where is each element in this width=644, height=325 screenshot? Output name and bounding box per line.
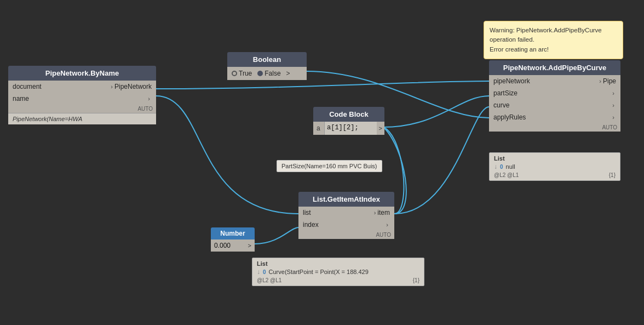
port-pipenetwork-output: PipeNetwork [114, 83, 152, 90]
list-preview-addpipe: List ↓ 0 null @L2 @L1 {1} [489, 152, 620, 181]
partsize-text: PartSize(Name=160 mm PVC Buis) [281, 163, 377, 169]
port-partsize-label: partSize [493, 89, 611, 97]
list-preview-getitemat-item: ↓ 0 Curve(StartPoint = Point(X = 188.429 [257, 268, 419, 276]
list-preview-addpipe-item: ↓ 0 null [494, 163, 616, 170]
boolean-false-option[interactable]: False [257, 70, 280, 77]
node-boolean-title: Boolean [227, 52, 307, 67]
node-codeblock-title: Code Block [313, 107, 384, 122]
node-number[interactable]: Number 0.000 > [211, 227, 255, 252]
boolean-true-radio[interactable] [232, 71, 237, 76]
port-applyrules-label: applyRules [493, 113, 611, 121]
port-applyrules-arrow: › [612, 114, 614, 121]
boolean-false-radio[interactable] [257, 71, 263, 76]
node-row-list: list › item [298, 207, 394, 219]
codeblock-code[interactable]: a[1][2]; [324, 122, 377, 135]
codeblock-port-in: a [313, 122, 324, 135]
port-curve-label: curve [493, 101, 611, 109]
list-preview-getitemat-index: 0 [263, 269, 266, 275]
node-row-document: document › PipeNetwork [8, 81, 156, 93]
number-value[interactable]: 0.000 [214, 242, 248, 249]
port-curve-arrow: › [612, 102, 614, 109]
list-preview-getitemat-header: List [257, 260, 419, 267]
warning-text: Warning: PipeNetwork.AddPipeByCurve oper… [490, 27, 602, 53]
boolean-true-label: True [239, 70, 252, 77]
node-row-index: index › [298, 219, 394, 231]
list-preview-addpipe-footer-left: @L2 @L1 [494, 172, 519, 178]
port-document-label: document [13, 83, 109, 90]
node-number-title: Number [211, 227, 255, 240]
list-preview-addpipe-index: 0 [500, 164, 503, 170]
number-input-row[interactable]: 0.000 > [211, 240, 255, 252]
node-getitemat-footer: AUTO [298, 231, 394, 239]
list-preview-addpipe-footer: @L2 @L1 {1} [494, 172, 616, 178]
port-pipenetwork-in-label: pipeNetwork [493, 77, 597, 85]
port-item-output: item [377, 209, 390, 216]
node-addpipebycurve[interactable]: PipeNetwork.AddPipeByCurve pipeNetwork ›… [489, 60, 620, 132]
port-index-label: index [303, 221, 384, 229]
node-row-curve: curve › [489, 99, 620, 111]
port-index-arrow: › [386, 221, 388, 228]
node-addpipebycurve-title: PipeNetwork.AddPipeByCurve [489, 60, 620, 75]
list-preview-getitemat-footer-left: @L2 @L1 [257, 277, 281, 283]
port-name-label: name [13, 95, 146, 102]
boolean-controls: True False > [227, 67, 307, 80]
port-partsize-arrow: › [612, 90, 614, 96]
list-preview-addpipe-value: null [506, 163, 515, 170]
list-preview-addpipe-footer-right: {1} [609, 172, 616, 178]
list-preview-getitemat-footer-right: {1} [413, 277, 419, 283]
node-pipenetwork-byname-title: PipeNetwork.ByName [8, 66, 156, 81]
port-name-arrow: › [148, 95, 150, 102]
list-preview-addpipe-header: List [494, 155, 616, 162]
port-pipenetwork-in-arrow: › [599, 78, 601, 84]
node-row-name: name › [8, 93, 156, 105]
list-preview-getitemat-value: Curve(StartPoint = Point(X = 188.429 [269, 269, 369, 275]
port-pipe-output: Pipe [603, 77, 616, 85]
codeblock-port-out: > [377, 122, 384, 135]
boolean-false-label: False [264, 70, 280, 77]
node-addpipebycurve-footer: AUTO [489, 123, 620, 132]
warning-tooltip: Warning: PipeNetwork.AddPipeByCurve oper… [484, 21, 623, 59]
node-boolean[interactable]: Boolean True False > [227, 52, 307, 80]
port-document-arrow: › [111, 83, 113, 90]
canvas: Warning: PipeNetwork.AddPipeByCurve oper… [0, 0, 644, 325]
node-row-applyrules: applyRules › [489, 111, 620, 123]
node-pipenetwork-byname-preview: PipeNetwork(Name=HWA [8, 113, 156, 124]
node-getitemat-title: List.GetItemAtIndex [298, 192, 394, 207]
node-pipenetwork-byname[interactable]: PipeNetwork.ByName document › PipeNetwor… [8, 66, 156, 124]
list-preview-getitemat: List ↓ 0 Curve(StartPoint = Point(X = 18… [252, 258, 424, 286]
node-row-pipenetwork: pipeNetwork › Pipe [489, 75, 620, 87]
codeblock-body: a a[1][2]; > [313, 122, 384, 135]
port-list-label: list [303, 209, 372, 216]
node-getitemat[interactable]: List.GetItemAtIndex list › item index › … [298, 192, 394, 239]
boolean-output-arrow: > [286, 70, 290, 77]
partsize-tooltip: PartSize(Name=160 mm PVC Buis) [277, 160, 382, 172]
node-row-partsize: partSize › [489, 87, 620, 99]
number-arrow: > [248, 242, 251, 249]
node-codeblock[interactable]: Code Block a a[1][2]; > [313, 107, 384, 135]
node-pipenetwork-byname-footer: AUTO [8, 105, 156, 113]
list-preview-getitemat-footer: @L2 @L1 {1} [257, 277, 419, 283]
port-list-arrow: › [374, 209, 376, 216]
boolean-true-option[interactable]: True [232, 70, 252, 77]
